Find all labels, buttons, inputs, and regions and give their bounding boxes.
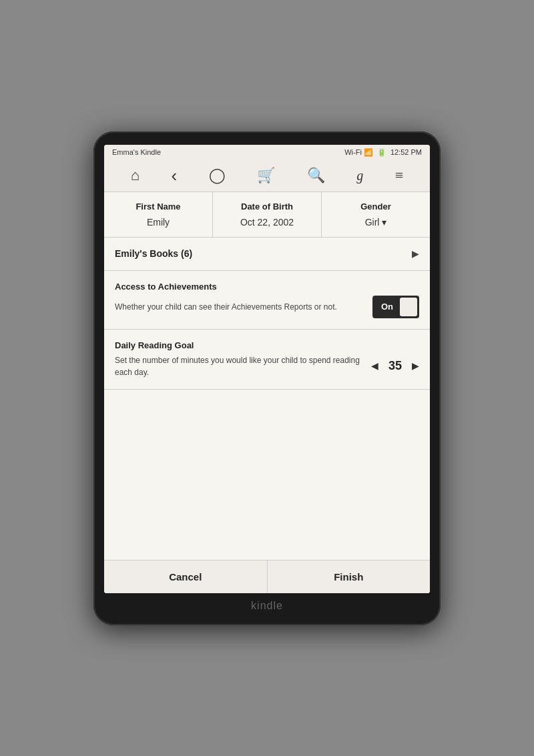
- toggle-container[interactable]: On: [372, 296, 419, 318]
- books-arrow: ▶: [412, 248, 419, 260]
- gender-value[interactable]: Girl ▾: [330, 217, 422, 228]
- stepper-left-arrow[interactable]: ◀: [371, 360, 378, 372]
- wifi-icon: Wi-Fi 📶: [344, 148, 373, 157]
- gender-text: Girl: [365, 217, 380, 228]
- goal-title: Daily Reading Goal: [115, 340, 419, 350]
- toggle-knob: [400, 298, 417, 316]
- status-bar: Emma's Kindle Wi-Fi 📶 🔋 12:52 PM: [104, 145, 430, 160]
- brand-label: kindle: [251, 600, 283, 612]
- bottom-buttons: Cancel Finish: [104, 560, 430, 593]
- cancel-button[interactable]: Cancel: [104, 560, 268, 593]
- dob-label: Date of Birth: [221, 202, 313, 212]
- first-name-cell: First Name Emily: [104, 192, 213, 237]
- access-description: Whether your child can see their Achieve…: [115, 301, 364, 313]
- device-screen: Emma's Kindle Wi-Fi 📶 🔋 12:52 PM ⌂ ‹ ◯ 🛒…: [104, 145, 430, 593]
- first-name-label: First Name: [112, 202, 204, 212]
- goal-stepper: ◀ 35 ▶: [371, 359, 419, 373]
- stepper-value: 35: [385, 359, 405, 373]
- stepper-right-arrow[interactable]: ▶: [412, 360, 419, 372]
- home-icon[interactable]: ⌂: [131, 167, 140, 184]
- menu-icon[interactable]: ≡: [395, 167, 403, 184]
- cart-icon[interactable]: 🛒: [257, 167, 275, 184]
- search-icon[interactable]: 🔍: [307, 167, 325, 184]
- time: 12:52 PM: [390, 148, 422, 156]
- battery-icon: 🔋: [377, 148, 386, 157]
- gender-dropdown-icon: ▾: [382, 217, 386, 228]
- status-right: Wi-Fi 📶 🔋 12:52 PM: [344, 148, 422, 157]
- profile-table: First Name Emily Date of Birth Oct 22, 2…: [104, 192, 430, 238]
- content-spacer: [104, 390, 430, 560]
- dob-cell: Date of Birth Oct 22, 2002: [213, 192, 322, 237]
- lightbulb-icon[interactable]: ◯: [209, 167, 226, 184]
- books-section[interactable]: Emily's Books (6) ▶: [104, 238, 430, 271]
- finish-button[interactable]: Finish: [268, 560, 431, 593]
- dob-value: Oct 22, 2002: [221, 217, 313, 228]
- goodreads-icon[interactable]: g: [356, 168, 363, 183]
- goal-section: Daily Reading Goal Set the number of min…: [104, 330, 430, 390]
- access-content: Whether your child can see their Achieve…: [115, 296, 419, 318]
- goal-content: Set the number of minutes you would like…: [115, 354, 419, 378]
- books-row: Emily's Books (6) ▶: [115, 248, 419, 260]
- content-area: First Name Emily Date of Birth Oct 22, 2…: [104, 192, 430, 560]
- gender-label: Gender: [330, 202, 422, 212]
- back-icon[interactable]: ‹: [171, 165, 177, 186]
- books-title: Emily's Books (6): [115, 248, 192, 259]
- nav-bar: ⌂ ‹ ◯ 🛒 🔍 g ≡: [104, 160, 430, 192]
- achievements-toggle[interactable]: On: [372, 296, 419, 318]
- access-title: Access to Achievements: [115, 282, 419, 292]
- kindle-device: Emma's Kindle Wi-Fi 📶 🔋 12:52 PM ⌂ ‹ ◯ 🛒…: [93, 131, 441, 625]
- device-name: Emma's Kindle: [112, 148, 161, 156]
- goal-description: Set the number of minutes you would like…: [115, 354, 363, 378]
- toggle-label: On: [374, 302, 400, 312]
- gender-cell: Gender Girl ▾: [322, 192, 430, 237]
- access-section: Access to Achievements Whether your chil…: [104, 271, 430, 330]
- first-name-value: Emily: [112, 217, 204, 228]
